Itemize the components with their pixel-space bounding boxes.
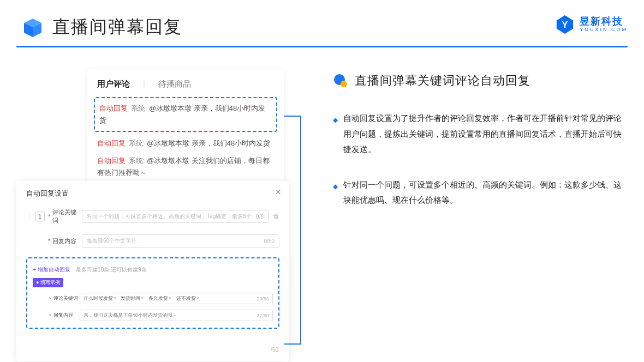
float-counter: /50 xyxy=(271,347,278,353)
bullet-text: 自动回复设置为了提升作者的评论回复效率，作者可在开播前针对常见的评论用户问题，提… xyxy=(343,111,628,158)
brand-icon: Y xyxy=(554,14,575,35)
delete-icon[interactable]: 🗑 xyxy=(273,213,279,220)
rule-index: 1 xyxy=(35,212,45,221)
tab-user-comments[interactable]: 用户评论 xyxy=(97,79,130,89)
content-counter: 0/50 xyxy=(264,238,275,244)
comments-card: 用户评论 | 待播商品 自动回复 系统: @冰墩墩本墩 亲亲，我们48小时内发货… xyxy=(87,69,284,192)
svg-point-5 xyxy=(341,81,347,87)
tab-pending-goods[interactable]: 待播商品 xyxy=(158,79,191,89)
bullet-text: 针对同一个问题，可设置多个相近的、高频的关键词。例如：这款多少钱、这块能优惠吗、… xyxy=(343,177,628,208)
comment-tabs: 用户评论 | 待播商品 xyxy=(97,79,274,89)
required-mark: * xyxy=(49,313,51,318)
keyword-label: 评论关键词 xyxy=(52,208,82,225)
brand-name: 昱新科技 xyxy=(580,16,628,27)
close-icon[interactable]: ✕ xyxy=(275,188,282,196)
system-label: 系统: xyxy=(131,104,147,112)
system-label: 系统: xyxy=(129,139,145,147)
diamond-icon: ◆ xyxy=(333,180,338,208)
comment-row: 自动回复 系统: @冰墩墩本墩 关注我们的店铺，每日都有热门推荐呦～ xyxy=(97,155,274,179)
content-label: 回复内容 xyxy=(52,237,82,245)
content-placeholder: 每条限50个中文字符 xyxy=(87,237,136,245)
bullet-item: ◆ 针对同一个问题，可设置多个相近的、高频的关键词。例如：这款多少钱、这块能优惠… xyxy=(333,177,628,208)
comment-row: 自动回复 系统: @冰墩墩本墩 亲亲，我们48小时内发货 xyxy=(97,137,274,149)
comment-text: @冰墩墩本墩 亲亲，我们48小时内发货 xyxy=(147,139,270,147)
keyword-tag[interactable]: 什么时候发货 xyxy=(84,295,116,301)
ex-keyword-input[interactable]: 什么时候发货 发货时间 多久发货 还不发货 20/50 xyxy=(80,293,273,304)
keyword-tag[interactable]: 发货时间 xyxy=(121,295,144,301)
drag-handle-icon[interactable]: ⋮⋮ xyxy=(26,213,32,220)
keyword-field-row: ⋮⋮ 1 * 评论关键词 对同一个问题，可设置多个相近、高频的关键词，Tag确定… xyxy=(26,208,279,225)
autoreply-tag: 自动回复 xyxy=(97,156,126,165)
keyword-placeholder: 对同一个问题，可设置多个相近、高频的关键词，Tag确定，最多5个 xyxy=(87,213,252,220)
brand-logo: Y 昱新科技 YUUXIN.COM xyxy=(554,14,628,35)
content-field-row: * 回复内容 每条限50个中文字符 0/50 xyxy=(26,234,279,248)
ex-keyword-label: 评论关键词 xyxy=(53,295,80,302)
example-section: + 增加自动回复 最多可建10条 还可以创建9条 ● 填写示例 * 评论关键词 … xyxy=(26,257,279,329)
example-content-row: * 回复内容 亲，我们这边都是下单48小时内发货的哦～ 37/50 xyxy=(33,310,273,321)
autoreply-tag: 自动回复 xyxy=(97,139,126,147)
settings-card: 自动回复设置 ✕ ⋮⋮ 1 * 评论关键词 对同一个问题，可设置多个相近、高频的… xyxy=(16,181,289,361)
cube-icon xyxy=(22,16,44,38)
required-mark: * xyxy=(49,296,51,301)
ex-content-counter: 37/50 xyxy=(257,313,269,318)
section-title: 直播间弹幕关键词评论自动回复 xyxy=(355,73,530,89)
add-limit-note: 最多可建10条 还可以创建9条 xyxy=(76,267,146,273)
tab-divider: | xyxy=(143,79,145,89)
system-label: 系统: xyxy=(129,156,145,165)
ex-content-value: 亲，我们这边都是下单48小时内发货的哦～ xyxy=(84,312,177,319)
add-autoreply-link[interactable]: + 增加自动回复 xyxy=(33,267,70,273)
ex-keyword-counter: 20/50 xyxy=(257,296,269,301)
brand-url: YUUXIN.COM xyxy=(580,27,628,33)
bubble-icon xyxy=(333,73,348,88)
ex-content-input[interactable]: 亲，我们这边都是下单48小时内发货的哦～ 37/50 xyxy=(80,310,273,321)
autoreply-tag: 自动回复 xyxy=(99,104,128,112)
keyword-tag[interactable]: 还不发货 xyxy=(176,295,199,301)
required-mark: * xyxy=(48,213,50,220)
keyword-counter: 0/5 xyxy=(256,214,264,220)
bullet-item: ◆ 自动回复设置为了提升作者的评论回复效率，作者可在开播前针对常见的评论用户问题… xyxy=(333,111,628,158)
keyword-input[interactable]: 对同一个问题，可设置多个相近、高频的关键词，Tag确定，最多5个 0/5 xyxy=(82,210,269,223)
keyword-tag[interactable]: 多久发货 xyxy=(148,295,171,301)
example-badge: ● 填写示例 xyxy=(33,278,63,287)
content-input[interactable]: 每条限50个中文字符 0/50 xyxy=(82,234,279,248)
page-title: 直播间弹幕回复 xyxy=(52,15,182,39)
comment-row: 自动回复 系统: @冰墩墩本墩 亲亲，我们48小时内发货 xyxy=(99,102,272,126)
required-mark: * xyxy=(48,238,50,244)
svg-text:Y: Y xyxy=(562,20,569,30)
settings-title: 自动回复设置 xyxy=(26,189,279,198)
highlighted-comment: 自动回复 系统: @冰墩墩本墩 亲亲，我们48小时内发货 xyxy=(94,97,277,132)
diamond-icon: ◆ xyxy=(333,114,338,158)
example-keyword-row: * 评论关键词 什么时候发货 发货时间 多久发货 还不发货 20/50 xyxy=(33,293,273,304)
ex-content-label: 回复内容 xyxy=(53,312,80,319)
